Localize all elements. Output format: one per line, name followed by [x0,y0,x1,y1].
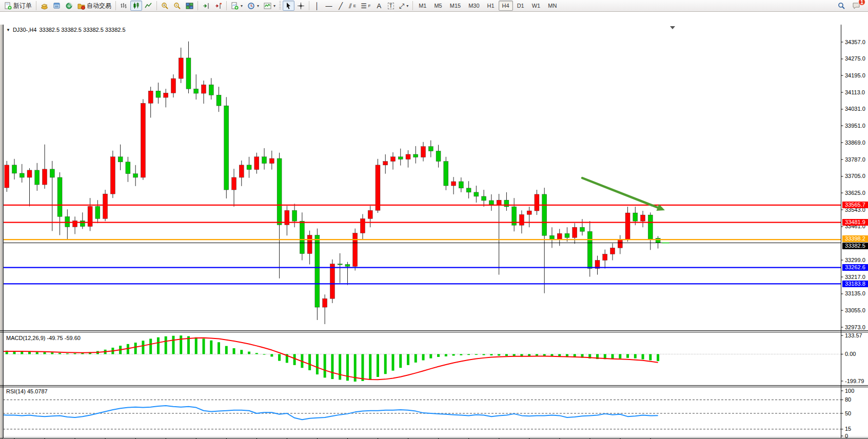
toolbar-separator [226,1,227,10]
annotation-arrow [582,178,661,209]
price-tick-label: 33951.0 [845,123,865,129]
price-tick-label: 34031.0 [845,106,865,112]
new-chart-button[interactable]: ▾ [229,1,245,11]
hline-price-badge: 33481.9 [842,219,868,226]
hline-price-badge: 33398.2 [842,235,868,242]
label-tool-button[interactable]: T [385,1,397,11]
shapes-icon: ⤢ [399,3,404,9]
indicator-axis-label: 15 [845,426,851,432]
label-tool-icon: T [388,3,394,9]
text-tool-button[interactable]: A [373,1,385,11]
fibo-sub-label: F [368,4,371,8]
indicator-axis-label: 50 [845,410,851,416]
zoom-in-button[interactable] [159,1,171,11]
fibonacci-tool-button[interactable]: ☰F [359,1,373,11]
indicator-axis-label: 80 [845,396,851,403]
timeframe-button-h4[interactable]: H4 [499,1,513,11]
auto-scroll-button[interactable] [200,1,212,11]
new-chart-icon [231,2,239,10]
main-toolbar: 新订单 自动交易 [0,0,868,12]
current-price-badge: 33382.5 [842,243,868,249]
price-tick-label: 33787.0 [845,156,865,163]
price-tick-label: 34357.0 [845,39,865,45]
indicators-icon [264,2,271,10]
toolbar-separator [156,1,157,10]
chart-window: ▼ DJ30-,H4 33382.5 33382.5 33382.5 33382… [0,12,868,436]
chart-dropdown-icon[interactable]: ▼ [6,28,10,32]
price-tick-label: 33299.0 [845,257,865,263]
channel-tool-button[interactable]: ⫽E [347,1,358,11]
chart-header[interactable]: ▼ DJ30-,H4 33382.5 33382.5 33382.5 33382… [6,27,126,33]
trendline-tool-button[interactable]: ╱ [335,1,346,11]
vertical-line-icon: │ [315,3,319,9]
tile-windows-button[interactable] [184,1,195,11]
hline-price-badge: 33565.7 [842,202,868,208]
search-button[interactable] [836,1,847,11]
chart-canvas[interactable] [0,12,868,439]
macd-indicator-label: MACD(12,26,9) -49.75 -59.60 [6,335,81,341]
price-tick-label: 33705.0 [845,173,865,179]
new-order-label: 新订单 [13,2,32,10]
dropdown-caret-icon: ▾ [273,4,275,8]
price-tick-label: 33217.0 [845,274,865,280]
zoom-out-icon [173,2,181,10]
notifications-button[interactable]: 1 [851,1,863,11]
line-chart-icon [145,2,152,10]
data-window-button[interactable] [51,1,63,11]
timeframe-button-mn[interactable]: MN [544,1,560,11]
crosshair-icon [297,2,305,10]
toolbar-separator [115,1,116,10]
toolbar-separator [309,1,309,10]
rsi-indicator-label: RSI(14) 45.0787 [6,388,48,394]
timeframe-button-d1[interactable]: D1 [514,1,528,11]
bar-chart-icon [120,2,128,10]
cursor-tool-button[interactable] [283,1,294,11]
bar-chart-button[interactable] [118,1,130,11]
chart-symbol-period: DJ30-,H4 [13,27,36,33]
timeframe-button-m15[interactable]: M15 [446,1,464,11]
auto-trading-button[interactable]: 自动交易 [75,1,113,11]
market-watch-button[interactable] [38,1,50,11]
auto-scroll-icon [202,2,210,10]
dropdown-caret-icon: ▾ [241,4,243,8]
timeframe-button-h1[interactable]: H1 [484,1,498,11]
timeframe-toolbar: M1M5M15M30H1H4D1W1MN [415,1,560,11]
chart-ohlc-readout: 33382.5 33382.5 33382.5 33382.5 [39,27,125,33]
timeframe-button-m5[interactable]: M5 [430,1,445,11]
vertical-line-tool-button[interactable]: │ [311,1,323,11]
trendline-icon: ╱ [339,3,343,9]
data-window-icon [53,2,61,10]
horizontal-line-tool-button[interactable]: — [323,1,334,11]
new-order-button[interactable]: 新订单 [2,1,34,11]
toolbar-right-group: 1 [836,1,866,11]
chart-shift-marker[interactable] [670,26,675,29]
line-chart-button[interactable] [143,1,154,11]
timeframe-button-w1[interactable]: W1 [528,1,544,11]
zoom-out-button[interactable] [171,1,183,11]
navigator-button[interactable] [63,1,75,11]
candlestick-chart-button[interactable] [130,1,142,11]
indicator-axis-label: 133.57 [845,332,862,338]
indicators-button[interactable]: ▾ [262,1,278,11]
price-tick-label: 34113.0 [845,89,865,95]
horizontal-line-icon: — [326,3,332,9]
toolbar-separator [198,1,198,10]
timeframe-button-m30[interactable]: M30 [465,1,483,11]
toolbar-separator [36,1,36,10]
periods-button[interactable]: ▾ [245,1,261,11]
timeframe-button-m1[interactable]: M1 [415,1,430,11]
candlestick-chart-icon [132,2,140,10]
dropdown-caret-icon: ▾ [406,4,408,8]
price-tick-label: 32973.0 [845,324,865,330]
zoom-in-icon [161,2,169,10]
shapes-tool-button[interactable]: ⤢ ▾ [397,1,410,11]
price-tick-label: 34195.0 [845,72,865,78]
channel-sub-label: E [353,4,356,8]
price-tick-label: 33625.0 [845,190,865,196]
crosshair-tool-button[interactable] [295,1,307,11]
auto-trading-icon [77,2,85,10]
chart-shift-button[interactable] [212,1,224,11]
new-order-icon [4,2,12,10]
notification-badge: 1 [858,0,865,6]
price-tick-label: 33135.0 [845,290,865,296]
